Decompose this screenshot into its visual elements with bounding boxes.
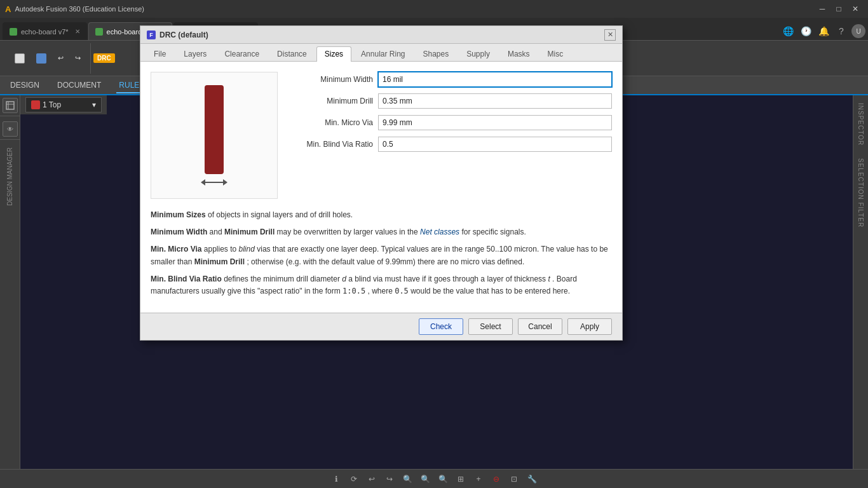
bottom-zoom-in-icon[interactable]: 🔍 <box>417 472 433 486</box>
desc-p3-rest3: ; otherwise (e.g. with the default value… <box>247 257 524 266</box>
bottom-grid-icon[interactable]: ⊞ <box>453 472 468 486</box>
dialog-tab-annular-ring[interactable]: Annular Ring <box>353 46 413 61</box>
check-button[interactable]: Check <box>419 318 463 335</box>
drc-badge: DRC <box>93 53 115 63</box>
field-row-min-width: Minimum Width <box>290 72 612 87</box>
dialog-tab-clearance[interactable]: Clearance <box>216 46 268 61</box>
desc-p4-rest2: a blind via must have if it goes through… <box>348 274 548 283</box>
minimize-button[interactable]: ─ <box>815 3 830 15</box>
tab-icon-1 <box>10 28 17 36</box>
maximize-button[interactable]: □ <box>831 3 846 15</box>
via-body <box>205 85 224 174</box>
dialog-footer: Check Select Cancel Apply <box>140 313 622 340</box>
via-visual <box>201 85 227 186</box>
view-button[interactable]: 👁 <box>3 121 18 137</box>
desc-min-blind-via-ratio-bold: Min. Blind Via Ratio <box>151 274 222 283</box>
bottom-minus-icon[interactable]: ⊖ <box>489 472 504 486</box>
desc-net-classes-italic: Net classes <box>420 227 459 236</box>
save-icon <box>36 53 46 64</box>
min-blind-via-ratio-label: Min. Blind Via Ratio <box>290 140 373 149</box>
bottom-plus-icon[interactable]: + <box>471 472 486 486</box>
min-blind-via-ratio-input[interactable] <box>378 137 612 152</box>
bottom-zoom-out-icon[interactable]: 🔍 <box>400 472 415 486</box>
selection-filter-label: SELECTION FILTER <box>856 153 865 233</box>
min-drill-input[interactable] <box>378 93 612 109</box>
desc-min-micro-via-bold: Min. Micro Via <box>151 245 201 254</box>
min-micro-via-input[interactable] <box>378 115 612 130</box>
field-row-min-micro-via: Min. Micro Via <box>290 115 612 130</box>
measure-line <box>205 182 223 183</box>
svg-rect-0 <box>6 102 14 109</box>
desc-min-width-bold: Minimum Width <box>151 227 207 236</box>
bottom-zoom-fit-icon[interactable]: 🔍 <box>435 472 451 486</box>
desc-minimum-sizes-bold: Minimum Sizes <box>151 210 206 219</box>
tab-close-1[interactable]: ✕ <box>75 28 80 35</box>
help-icon[interactable]: ? <box>834 24 849 39</box>
new-button[interactable] <box>10 51 29 65</box>
redo-icon: ↪ <box>75 54 81 62</box>
nav-tab-design[interactable]: DESIGN <box>8 78 42 93</box>
dialog-title-icon: F <box>147 30 156 39</box>
layer-dropdown[interactable]: 1 Top ▾ <box>25 97 102 112</box>
desc-p2-rest: may be overwritten by larger values in t… <box>277 227 420 236</box>
dialog-tabs: File Layers Clearance Distance Sizes Ann… <box>140 44 622 62</box>
dialog-tab-shapes[interactable]: Shapes <box>414 46 457 61</box>
bottom-target-icon[interactable]: ⊡ <box>506 472 522 486</box>
inspector-label: INSPECTOR <box>856 98 865 151</box>
bottom-bar: ℹ ⟳ ↩ ↪ 🔍 🔍 🔍 ⊞ + ⊖ ⊡ 🔧 <box>0 469 868 488</box>
desc-p2-mid: and <box>210 227 224 236</box>
desc-code-2: 0.5 <box>395 287 409 295</box>
bottom-undo-icon[interactable]: ↩ <box>364 472 379 486</box>
desc-p3-rest1: applies to <box>204 245 239 254</box>
dialog-description: Minimum Sizes of objects in signal layer… <box>140 209 622 313</box>
apply-button[interactable]: Apply <box>567 318 612 335</box>
desc-code-1: 1:0.5 <box>342 287 365 295</box>
bell-icon[interactable]: 🔔 <box>816 24 831 39</box>
desc-min-drill-bold: Minimum Drill <box>224 227 275 236</box>
desc-d-italic: d <box>342 274 346 283</box>
tab-icon-2 <box>95 28 103 36</box>
desc-t-italic: t <box>548 274 550 283</box>
bottom-info-icon[interactable]: ℹ <box>329 472 344 486</box>
dialog-close-button[interactable]: ✕ <box>604 29 616 41</box>
layer-select-bar: 1 Top ▾ <box>20 95 107 114</box>
nav-tab-document[interactable]: DOCUMENT <box>55 78 104 93</box>
description-p2: Minimum Width and Minimum Drill may be o… <box>151 226 612 238</box>
select-button[interactable]: Select <box>468 318 513 335</box>
close-button[interactable]: ✕ <box>848 3 863 15</box>
app-title: Autodesk Fusion 360 (Education License) <box>15 5 144 13</box>
dialog-tab-sizes[interactable]: Sizes <box>316 46 351 62</box>
field-row-min-drill: Minimum Drill <box>290 93 612 109</box>
desc-p4-rest5: would be the value that has to be entere… <box>410 287 570 295</box>
description-p4: Min. Blind Via Ratio defines the minimum… <box>151 273 612 297</box>
bottom-settings-icon[interactable]: 🔧 <box>524 472 539 486</box>
desc-p2-rest2: for specific signals. <box>461 227 526 236</box>
bottom-redo-icon[interactable]: ↪ <box>382 472 397 486</box>
left-sidebar: 👁 DESIGN MANAGER <box>0 95 20 488</box>
undo-button[interactable]: ↩ <box>53 51 68 65</box>
layer-label: 1 Top <box>43 100 61 109</box>
bottom-refresh-icon[interactable]: ⟳ <box>346 472 362 486</box>
clock-icon[interactable]: 🕐 <box>798 24 813 39</box>
undo-icon: ↩ <box>58 54 64 62</box>
description-p1: Minimum Sizes of objects in signal layer… <box>151 209 612 221</box>
cancel-button[interactable]: Cancel <box>518 318 562 335</box>
dialog-title-text: DRC (default) <box>159 30 208 39</box>
app-logo-icon: A <box>5 4 11 14</box>
redo-button[interactable]: ↪ <box>71 51 85 65</box>
tab-echo-board-v7-1[interactable]: echo-board v7* ✕ <box>3 22 87 40</box>
min-drill-label: Minimum Drill <box>290 97 373 105</box>
drc-dialog: F DRC (default) ✕ File Layers Clearance … <box>140 25 623 341</box>
dialog-tab-file[interactable]: File <box>146 46 174 61</box>
dialog-tab-distance[interactable]: Distance <box>269 46 315 61</box>
user-avatar[interactable]: U <box>851 24 865 38</box>
globe-icon[interactable]: 🌐 <box>780 24 796 39</box>
dialog-tab-masks[interactable]: Masks <box>499 46 538 61</box>
dialog-tab-misc[interactable]: Misc <box>539 46 572 61</box>
dialog-title-bar: F DRC (default) ✕ <box>140 26 622 44</box>
switch-button[interactable] <box>3 98 18 113</box>
save-button[interactable] <box>32 51 51 65</box>
dialog-tab-supply[interactable]: Supply <box>458 46 498 61</box>
dialog-tab-layers[interactable]: Layers <box>175 46 215 61</box>
min-width-input[interactable] <box>378 72 612 87</box>
